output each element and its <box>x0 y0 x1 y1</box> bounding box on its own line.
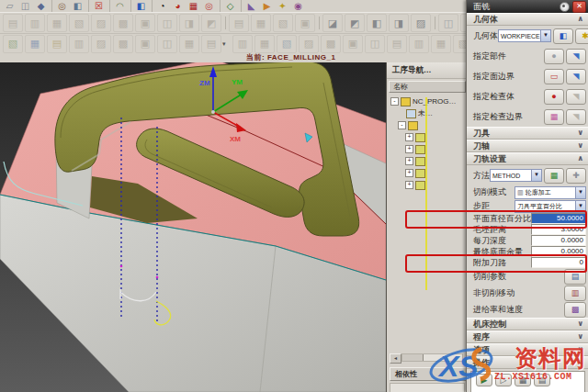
mesh-button[interactable]: ▦ <box>544 109 564 125</box>
orient-icon[interactable]: ▶ <box>259 0 275 12</box>
toolbar-button[interactable]: ▨ <box>91 14 111 32</box>
list-button[interactable]: ▤ <box>534 374 550 386</box>
toolbar-button[interactable]: ◫ <box>365 35 385 53</box>
chevron-up-icon[interactable]: ∧ <box>578 14 584 25</box>
target-red-icon[interactable]: ◎ <box>201 0 217 12</box>
toolbar-button[interactable]: ▦ <box>25 35 45 53</box>
toolbar-button[interactable]: ◫ <box>157 35 177 53</box>
tree-item[interactable]: + <box>387 131 468 143</box>
toolbar-button[interactable]: ▩ <box>113 35 133 53</box>
toolbar-button[interactable]: ▨ <box>91 35 111 53</box>
chevron-down-icon[interactable]: ▼ <box>540 30 550 41</box>
boolean-icon[interactable]: ◧ <box>70 0 85 12</box>
toolbar-button[interactable]: ▥ <box>25 14 45 32</box>
flash-button[interactable]: ◥ <box>566 69 586 84</box>
calc-button[interactable]: ▦ <box>544 168 564 184</box>
tree-expander-icon[interactable]: + <box>405 181 413 189</box>
tree-item[interactable]: + <box>387 155 468 167</box>
toolbar-button[interactable]: ▦ <box>251 14 271 32</box>
toolbar-button[interactable]: ▧ <box>273 14 293 32</box>
tree-item[interactable]: 未… <box>387 107 468 119</box>
toolbar-button[interactable]: ▦ <box>254 35 275 53</box>
chevron-down-icon[interactable]: ∨ <box>578 319 584 330</box>
tree-expander-icon[interactable]: + <box>405 157 413 165</box>
select-icon[interactable]: ▱ <box>2 0 17 12</box>
replay-button[interactable]: ▷ <box>495 374 512 386</box>
toolbar-button[interactable]: ▤ <box>201 35 221 53</box>
flash-dis-button[interactable]: ◥ <box>566 89 586 105</box>
dependencies-bar[interactable]: 相依性 <box>390 367 468 381</box>
geometry-section[interactable]: 几何体∧ <box>467 13 588 26</box>
options-section[interactable]: 选项∨ <box>467 343 588 356</box>
mill-program-icon[interactable]: ◨ <box>389 14 409 32</box>
toolbar-button[interactable]: ▥ <box>232 35 253 53</box>
tree-item[interactable]: - <box>387 119 468 131</box>
verify-button[interactable]: ▦ <box>514 374 531 386</box>
tree-expander-icon[interactable]: + <box>405 169 413 177</box>
extrude-icon[interactable]: ◆ <box>33 0 49 12</box>
toolbar-button[interactable]: ▥ <box>409 35 429 53</box>
snap-icon[interactable]: ✦ <box>275 0 290 12</box>
datum-plane-icon[interactable]: ◫ <box>17 0 33 12</box>
final-floor-stock-input[interactable]: 0.0000 <box>531 246 586 257</box>
machine-control-section[interactable]: 机床控制∨ <box>467 318 588 330</box>
toolbar-dropdown-arrow-icon[interactable]: ▾ <box>222 40 232 48</box>
non-cut-button[interactable]: ▥ <box>564 286 586 301</box>
clock-icon[interactable]: ◔ <box>154 0 170 12</box>
toolbar-button[interactable]: ▣ <box>135 14 155 32</box>
tree-expander-icon[interactable]: + <box>405 133 413 141</box>
path-settings-section[interactable]: 刀轨设置∧ <box>467 152 588 165</box>
flash-dis-button[interactable]: ◥ <box>566 109 586 125</box>
cut-pattern-combo[interactable]: ▥轮廓加工▼ <box>514 186 586 199</box>
chevron-down-icon[interactable]: ▼ <box>575 187 585 198</box>
dialog-title-bar[interactable]: 面铣 ✕ <box>467 0 588 13</box>
toolbar-button[interactable]: ▧ <box>277 35 297 53</box>
chevron-down-icon[interactable]: ▼ <box>575 201 585 212</box>
toolbar-button[interactable]: ▧ <box>69 14 89 32</box>
tree-expander-icon[interactable]: - <box>398 121 406 129</box>
mill-method-icon[interactable]: ◧ <box>367 14 387 32</box>
actions-section[interactable]: 操作∧ <box>467 356 588 369</box>
move-icon[interactable]: ◣ <box>243 0 259 12</box>
sphere-button[interactable]: ● <box>544 49 564 64</box>
chevron-up-icon[interactable]: ∧ <box>578 357 584 368</box>
toolbar-button[interactable]: ▤ <box>387 35 407 53</box>
toolbar-button[interactable]: ▦ <box>431 35 451 53</box>
mill-operation-icon[interactable]: ▨ <box>411 14 431 32</box>
chevron-down-icon[interactable]: ∨ <box>578 140 584 151</box>
balloon-help-icon[interactable] <box>560 2 570 12</box>
chevron-up-icon[interactable]: ∧ <box>578 153 584 164</box>
wrench-button[interactable]: ✚ <box>566 168 586 184</box>
stepover-combo[interactable]: 刀具平直百分比▼ <box>514 200 586 213</box>
toolbar-button[interactable]: ▥ <box>69 35 89 53</box>
program-section[interactable]: 程序∨ <box>467 330 588 343</box>
toolbar-button[interactable]: ◨ <box>179 14 199 32</box>
toolbar-button[interactable]: ▣ <box>135 35 155 53</box>
hole-icon[interactable]: ◎ <box>54 0 70 12</box>
chevron-down-icon[interactable]: ∨ <box>578 344 584 355</box>
scroll-left-arrow-icon[interactable]: ◂ <box>390 353 401 364</box>
mill-geometry-icon[interactable]: ◪ <box>322 14 343 32</box>
toolbar-button[interactable]: ▦ <box>179 35 199 53</box>
toolbar-button[interactable]: ▣ <box>343 35 363 53</box>
tool-section[interactable]: 刀具∨ <box>467 127 588 140</box>
sphere-red-icon[interactable]: ◕ <box>170 0 186 12</box>
toolbar-button[interactable]: ▤ <box>47 35 67 53</box>
cube-red-icon[interactable]: ▦ <box>186 0 201 12</box>
delete-red-icon[interactable]: ☒ <box>91 0 107 12</box>
method-combo[interactable]: METHOD▼ <box>490 169 542 182</box>
cut-params-button[interactable]: ▤ <box>564 269 586 285</box>
chevron-down-icon[interactable]: ▼ <box>531 170 541 181</box>
assembly-icon[interactable]: ◇ <box>222 0 238 12</box>
chevron-down-icon[interactable]: ∨ <box>578 331 584 342</box>
tree-item[interactable]: + <box>387 167 468 179</box>
geometry-combo[interactable]: WORKPIECE▼ <box>498 29 551 42</box>
close-icon[interactable]: ✕ <box>572 1 586 13</box>
red-body-button[interactable]: ● <box>544 89 564 105</box>
toolbar-button[interactable]: ▤ <box>3 14 23 32</box>
tool-axis-section[interactable]: 刀轴∨ <box>467 140 588 152</box>
toolbar-button[interactable]: ▨ <box>299 35 319 53</box>
flash-button[interactable]: ◥ <box>566 49 586 64</box>
tree-item[interactable]: + <box>387 179 468 191</box>
navigator-horizontal-scrollbar[interactable]: ◂ <box>390 353 463 362</box>
